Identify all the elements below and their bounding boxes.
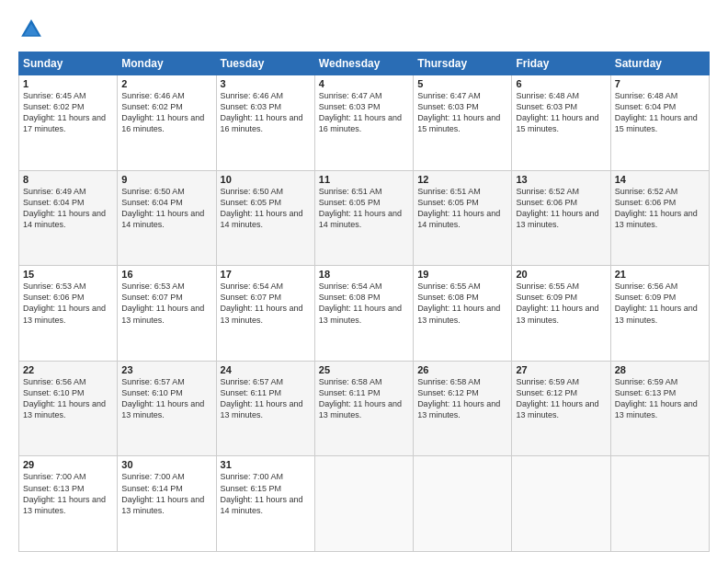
day-number: 1 [23,78,113,89]
day-info: Sunrise: 7:00 AM Sunset: 6:13 PM Dayligh… [23,471,113,516]
day-info: Sunrise: 6:52 AM Sunset: 6:06 PM Dayligh… [516,186,606,231]
daylight-label: Daylight: 11 hours and 13 minutes. [516,209,598,229]
calendar-cell: 21 Sunrise: 6:56 AM Sunset: 6:09 PM Dayl… [610,266,709,362]
daylight-label: Daylight: 11 hours and 16 minutes. [221,113,303,133]
day-info: Sunrise: 6:56 AM Sunset: 6:09 PM Dayligh… [615,281,705,326]
sunset-label: Sunset: 6:12 PM [417,388,479,397]
sunrise-label: Sunrise: 6:55 AM [417,282,481,291]
day-info: Sunrise: 6:46 AM Sunset: 6:03 PM Dayligh… [221,90,311,135]
day-info: Sunrise: 6:59 AM Sunset: 6:13 PM Dayligh… [615,376,705,421]
day-number: 23 [121,364,211,375]
day-number: 24 [221,364,311,375]
sunset-label: Sunset: 6:10 PM [23,388,85,397]
logo-icon [18,17,44,42]
daylight-label: Daylight: 11 hours and 14 minutes. [221,495,303,515]
daylight-label: Daylight: 11 hours and 13 minutes. [23,304,106,324]
sunset-label: Sunset: 6:02 PM [121,102,183,111]
day-info: Sunrise: 6:57 AM Sunset: 6:10 PM Dayligh… [121,376,211,421]
calendar-cell: 31 Sunrise: 7:00 AM Sunset: 6:15 PM Dayl… [216,456,314,552]
sunset-label: Sunset: 6:14 PM [121,484,183,493]
day-info: Sunrise: 6:53 AM Sunset: 6:06 PM Dayligh… [23,281,113,326]
daylight-label: Daylight: 11 hours and 15 minutes. [516,113,598,133]
day-number: 8 [23,174,113,185]
sunset-label: Sunset: 6:08 PM [417,293,479,302]
sunset-label: Sunset: 6:11 PM [221,388,282,397]
daylight-label: Daylight: 11 hours and 13 minutes. [221,304,303,324]
sunset-label: Sunset: 6:09 PM [516,293,577,302]
calendar-cell: 7 Sunrise: 6:48 AM Sunset: 6:04 PM Dayli… [610,75,709,171]
sunrise-label: Sunrise: 6:53 AM [23,282,86,291]
weekday-header-friday: Friday [512,52,610,75]
calendar: SundayMondayTuesdayWednesdayThursdayFrid… [18,52,710,552]
daylight-label: Daylight: 11 hours and 13 minutes. [121,304,204,324]
calendar-cell: 12 Sunrise: 6:51 AM Sunset: 6:05 PM Dayl… [414,170,512,266]
calendar-cell: 11 Sunrise: 6:51 AM Sunset: 6:05 PM Dayl… [314,170,413,266]
day-info: Sunrise: 6:59 AM Sunset: 6:12 PM Dayligh… [516,376,606,421]
sunset-label: Sunset: 6:07 PM [121,293,183,302]
calendar-cell: 15 Sunrise: 6:53 AM Sunset: 6:06 PM Dayl… [19,266,118,362]
calendar-cell: 26 Sunrise: 6:58 AM Sunset: 6:12 PM Dayl… [414,361,512,456]
daylight-label: Daylight: 11 hours and 13 minutes. [319,304,402,324]
sunrise-label: Sunrise: 6:54 AM [319,282,382,291]
sunset-label: Sunset: 6:06 PM [615,198,677,207]
day-number: 13 [516,174,606,185]
sunrise-label: Sunrise: 6:59 AM [615,377,678,386]
logo [18,17,48,42]
sunrise-label: Sunrise: 6:50 AM [221,187,284,196]
day-info: Sunrise: 6:48 AM Sunset: 6:04 PM Dayligh… [615,90,705,135]
sunrise-label: Sunrise: 7:00 AM [23,472,86,481]
day-info: Sunrise: 6:48 AM Sunset: 6:03 PM Dayligh… [516,90,606,135]
day-info: Sunrise: 6:54 AM Sunset: 6:07 PM Dayligh… [221,281,311,326]
calendar-cell: 8 Sunrise: 6:49 AM Sunset: 6:04 PM Dayli… [19,170,118,266]
calendar-cell: 6 Sunrise: 6:48 AM Sunset: 6:03 PM Dayli… [512,75,610,171]
sunrise-label: Sunrise: 6:51 AM [319,187,382,196]
day-number: 22 [23,364,113,375]
sunrise-label: Sunrise: 6:58 AM [417,377,481,386]
sunrise-label: Sunrise: 6:54 AM [221,282,284,291]
day-number: 19 [417,269,507,280]
daylight-label: Daylight: 11 hours and 13 minutes. [417,399,500,419]
day-info: Sunrise: 6:47 AM Sunset: 6:03 PM Dayligh… [319,90,409,135]
sunset-label: Sunset: 6:05 PM [417,198,479,207]
sunset-label: Sunset: 6:12 PM [516,388,577,397]
day-number: 2 [121,78,211,89]
sunset-label: Sunset: 6:05 PM [221,198,282,207]
sunrise-label: Sunrise: 7:00 AM [121,472,185,481]
day-info: Sunrise: 6:58 AM Sunset: 6:11 PM Dayligh… [319,376,409,421]
day-number: 27 [516,364,606,375]
daylight-label: Daylight: 11 hours and 13 minutes. [23,399,106,419]
calendar-cell: 30 Sunrise: 7:00 AM Sunset: 6:14 PM Dayl… [118,456,216,552]
daylight-label: Daylight: 11 hours and 13 minutes. [615,209,698,229]
weekday-header-monday: Monday [118,52,216,75]
calendar-cell: 16 Sunrise: 6:53 AM Sunset: 6:07 PM Dayl… [118,266,216,362]
sunset-label: Sunset: 6:07 PM [221,293,282,302]
sunrise-label: Sunrise: 6:53 AM [121,282,185,291]
calendar-cell: 29 Sunrise: 7:00 AM Sunset: 6:13 PM Dayl… [19,456,118,552]
calendar-week-1: 1 Sunrise: 6:45 AM Sunset: 6:02 PM Dayli… [19,75,710,171]
calendar-week-2: 8 Sunrise: 6:49 AM Sunset: 6:04 PM Dayli… [19,170,710,266]
day-number: 14 [615,174,705,185]
calendar-cell [610,456,709,552]
sunset-label: Sunset: 6:09 PM [615,293,677,302]
calendar-week-3: 15 Sunrise: 6:53 AM Sunset: 6:06 PM Dayl… [19,266,710,362]
sunset-label: Sunset: 6:06 PM [516,198,577,207]
weekday-header-wednesday: Wednesday [314,52,413,75]
day-number: 5 [417,78,507,89]
day-number: 28 [615,364,705,375]
sunrise-label: Sunrise: 6:57 AM [221,377,284,386]
calendar-cell: 24 Sunrise: 6:57 AM Sunset: 6:11 PM Dayl… [216,361,314,456]
day-number: 30 [121,459,211,470]
sunset-label: Sunset: 6:15 PM [221,484,282,493]
day-info: Sunrise: 6:58 AM Sunset: 6:12 PM Dayligh… [417,376,507,421]
daylight-label: Daylight: 11 hours and 13 minutes. [615,399,698,419]
calendar-cell: 23 Sunrise: 6:57 AM Sunset: 6:10 PM Dayl… [118,361,216,456]
sunset-label: Sunset: 6:06 PM [23,293,85,302]
day-info: Sunrise: 6:55 AM Sunset: 6:08 PM Dayligh… [417,281,507,326]
day-number: 4 [319,78,409,89]
sunrise-label: Sunrise: 6:57 AM [121,377,185,386]
daylight-label: Daylight: 11 hours and 14 minutes. [417,209,500,229]
day-info: Sunrise: 6:57 AM Sunset: 6:11 PM Dayligh… [221,376,311,421]
day-info: Sunrise: 6:50 AM Sunset: 6:04 PM Dayligh… [121,186,211,231]
daylight-label: Daylight: 11 hours and 13 minutes. [516,399,598,419]
calendar-cell: 25 Sunrise: 6:58 AM Sunset: 6:11 PM Dayl… [314,361,413,456]
